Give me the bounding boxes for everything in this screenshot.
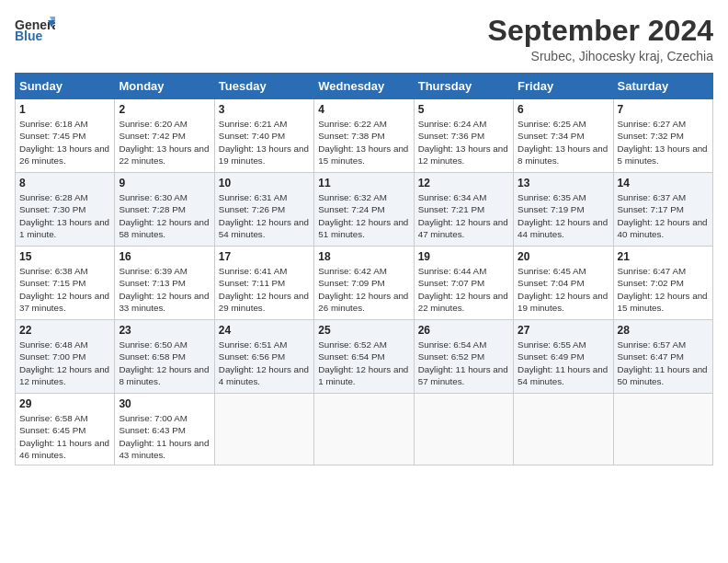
table-row: 13Sunrise: 6:35 AMSunset: 7:19 PMDayligh… bbox=[514, 173, 613, 247]
table-row: 5Sunrise: 6:24 AMSunset: 7:36 PMDaylight… bbox=[414, 99, 513, 173]
header: General Blue September 2024 Srubec, Jiho… bbox=[15, 15, 713, 63]
day-number: 15 bbox=[19, 250, 110, 263]
day-number: 25 bbox=[318, 324, 409, 337]
day-info: Sunrise: 6:50 AMSunset: 6:58 PMDaylight:… bbox=[119, 339, 210, 387]
day-number: 5 bbox=[418, 103, 509, 116]
day-number: 27 bbox=[518, 324, 609, 337]
day-number: 13 bbox=[518, 177, 609, 190]
day-info: Sunrise: 6:22 AMSunset: 7:38 PMDaylight:… bbox=[318, 118, 409, 167]
table-row: 30Sunrise: 7:00 AMSunset: 6:43 PMDayligh… bbox=[115, 394, 214, 465]
day-number: 20 bbox=[518, 250, 609, 263]
day-info: Sunrise: 6:57 AMSunset: 6:47 PMDaylight:… bbox=[618, 339, 709, 387]
day-number: 10 bbox=[219, 177, 310, 190]
day-info: Sunrise: 6:44 AMSunset: 7:07 PMDaylight:… bbox=[418, 265, 509, 314]
day-info: Sunrise: 6:39 AMSunset: 7:13 PMDaylight:… bbox=[119, 265, 210, 314]
table-row: 17Sunrise: 6:41 AMSunset: 7:11 PMDayligh… bbox=[214, 247, 313, 320]
location: Srubec, Jihocesky kraj, Czechia bbox=[488, 49, 713, 63]
day-number: 22 bbox=[19, 324, 110, 337]
table-row: 12Sunrise: 6:34 AMSunset: 7:21 PMDayligh… bbox=[414, 173, 513, 247]
day-number: 29 bbox=[19, 397, 110, 410]
day-number: 7 bbox=[618, 103, 709, 116]
table-row: 22Sunrise: 6:48 AMSunset: 7:00 PMDayligh… bbox=[16, 320, 115, 394]
day-info: Sunrise: 6:38 AMSunset: 7:15 PMDaylight:… bbox=[19, 265, 110, 314]
day-number: 26 bbox=[418, 324, 509, 337]
day-number: 14 bbox=[618, 177, 709, 190]
day-info: Sunrise: 6:24 AMSunset: 7:36 PMDaylight:… bbox=[418, 118, 509, 167]
table-row: 8Sunrise: 6:28 AMSunset: 7:30 PMDaylight… bbox=[16, 173, 115, 247]
day-number: 23 bbox=[119, 324, 210, 337]
day-info: Sunrise: 6:35 AMSunset: 7:19 PMDaylight:… bbox=[518, 191, 609, 240]
day-info: Sunrise: 6:52 AMSunset: 6:54 PMDaylight:… bbox=[318, 339, 409, 387]
day-number: 6 bbox=[518, 103, 609, 116]
table-row bbox=[613, 394, 712, 465]
page: General Blue September 2024 Srubec, Jiho… bbox=[0, 0, 728, 563]
day-info: Sunrise: 6:47 AMSunset: 7:02 PMDaylight:… bbox=[618, 265, 709, 314]
table-row: 6Sunrise: 6:25 AMSunset: 7:34 PMDaylight… bbox=[514, 99, 613, 173]
day-number: 16 bbox=[119, 250, 210, 263]
col-monday: Monday bbox=[115, 74, 214, 99]
col-wednesday: Wednesday bbox=[314, 74, 414, 99]
table-row: 25Sunrise: 6:52 AMSunset: 6:54 PMDayligh… bbox=[314, 320, 414, 394]
day-info: Sunrise: 6:18 AMSunset: 7:45 PMDaylight:… bbox=[19, 118, 110, 167]
day-number: 18 bbox=[318, 250, 409, 263]
table-row bbox=[214, 394, 313, 465]
day-info: Sunrise: 6:58 AMSunset: 6:45 PMDaylight:… bbox=[19, 412, 110, 461]
day-info: Sunrise: 6:27 AMSunset: 7:32 PMDaylight:… bbox=[618, 118, 709, 167]
day-number: 9 bbox=[119, 177, 210, 190]
col-saturday: Saturday bbox=[613, 74, 712, 99]
table-row: 27Sunrise: 6:55 AMSunset: 6:49 PMDayligh… bbox=[514, 320, 613, 394]
col-friday: Friday bbox=[514, 74, 613, 99]
day-info: Sunrise: 6:42 AMSunset: 7:09 PMDaylight:… bbox=[318, 265, 409, 314]
table-row: 18Sunrise: 6:42 AMSunset: 7:09 PMDayligh… bbox=[314, 247, 414, 320]
title-section: September 2024 Srubec, Jihocesky kraj, C… bbox=[488, 15, 713, 63]
table-row: 23Sunrise: 6:50 AMSunset: 6:58 PMDayligh… bbox=[115, 320, 214, 394]
logo-icon: General Blue bbox=[15, 15, 55, 42]
day-info: Sunrise: 6:51 AMSunset: 6:56 PMDaylight:… bbox=[219, 339, 310, 387]
day-number: 21 bbox=[618, 250, 709, 263]
day-info: Sunrise: 6:30 AMSunset: 7:28 PMDaylight:… bbox=[119, 191, 210, 240]
logo: General Blue bbox=[15, 15, 55, 42]
day-number: 19 bbox=[418, 250, 509, 263]
table-row bbox=[314, 394, 414, 465]
table-row bbox=[514, 394, 613, 465]
table-row: 16Sunrise: 6:39 AMSunset: 7:13 PMDayligh… bbox=[115, 247, 214, 320]
table-row: 9Sunrise: 6:30 AMSunset: 7:28 PMDaylight… bbox=[115, 173, 214, 247]
table-row: 28Sunrise: 6:57 AMSunset: 6:47 PMDayligh… bbox=[613, 320, 712, 394]
day-info: Sunrise: 6:41 AMSunset: 7:11 PMDaylight:… bbox=[219, 265, 310, 314]
day-number: 24 bbox=[219, 324, 310, 337]
day-number: 2 bbox=[119, 103, 210, 116]
calendar: Sunday Monday Tuesday Wednesday Thursday… bbox=[15, 73, 713, 465]
col-thursday: Thursday bbox=[414, 74, 513, 99]
table-row: 20Sunrise: 6:45 AMSunset: 7:04 PMDayligh… bbox=[514, 247, 613, 320]
day-info: Sunrise: 7:00 AMSunset: 6:43 PMDaylight:… bbox=[119, 412, 210, 461]
day-number: 12 bbox=[418, 177, 509, 190]
day-info: Sunrise: 6:20 AMSunset: 7:42 PMDaylight:… bbox=[119, 118, 210, 167]
month-title: September 2024 bbox=[488, 15, 713, 47]
day-info: Sunrise: 6:21 AMSunset: 7:40 PMDaylight:… bbox=[219, 118, 310, 167]
day-info: Sunrise: 6:54 AMSunset: 6:52 PMDaylight:… bbox=[418, 339, 509, 387]
table-row bbox=[414, 394, 513, 465]
day-number: 4 bbox=[318, 103, 409, 116]
day-info: Sunrise: 6:48 AMSunset: 7:00 PMDaylight:… bbox=[19, 339, 110, 387]
day-info: Sunrise: 6:28 AMSunset: 7:30 PMDaylight:… bbox=[19, 191, 110, 240]
table-row: 24Sunrise: 6:51 AMSunset: 6:56 PMDayligh… bbox=[214, 320, 313, 394]
table-row: 7Sunrise: 6:27 AMSunset: 7:32 PMDaylight… bbox=[613, 99, 712, 173]
day-info: Sunrise: 6:37 AMSunset: 7:17 PMDaylight:… bbox=[618, 191, 709, 240]
table-row: 15Sunrise: 6:38 AMSunset: 7:15 PMDayligh… bbox=[16, 247, 115, 320]
day-number: 30 bbox=[119, 397, 210, 410]
day-info: Sunrise: 6:34 AMSunset: 7:21 PMDaylight:… bbox=[418, 191, 509, 240]
day-info: Sunrise: 6:55 AMSunset: 6:49 PMDaylight:… bbox=[518, 339, 609, 387]
table-row: 29Sunrise: 6:58 AMSunset: 6:45 PMDayligh… bbox=[16, 394, 115, 465]
col-tuesday: Tuesday bbox=[214, 74, 313, 99]
calendar-header-row: Sunday Monday Tuesday Wednesday Thursday… bbox=[16, 74, 713, 99]
table-row: 4Sunrise: 6:22 AMSunset: 7:38 PMDaylight… bbox=[314, 99, 414, 173]
table-row: 11Sunrise: 6:32 AMSunset: 7:24 PMDayligh… bbox=[314, 173, 414, 247]
table-row: 26Sunrise: 6:54 AMSunset: 6:52 PMDayligh… bbox=[414, 320, 513, 394]
day-info: Sunrise: 6:25 AMSunset: 7:34 PMDaylight:… bbox=[518, 118, 609, 167]
table-row: 10Sunrise: 6:31 AMSunset: 7:26 PMDayligh… bbox=[214, 173, 313, 247]
table-row: 14Sunrise: 6:37 AMSunset: 7:17 PMDayligh… bbox=[613, 173, 712, 247]
day-info: Sunrise: 6:45 AMSunset: 7:04 PMDaylight:… bbox=[518, 265, 609, 314]
day-number: 17 bbox=[219, 250, 310, 263]
svg-text:Blue: Blue bbox=[15, 29, 43, 42]
day-info: Sunrise: 6:31 AMSunset: 7:26 PMDaylight:… bbox=[219, 191, 310, 240]
